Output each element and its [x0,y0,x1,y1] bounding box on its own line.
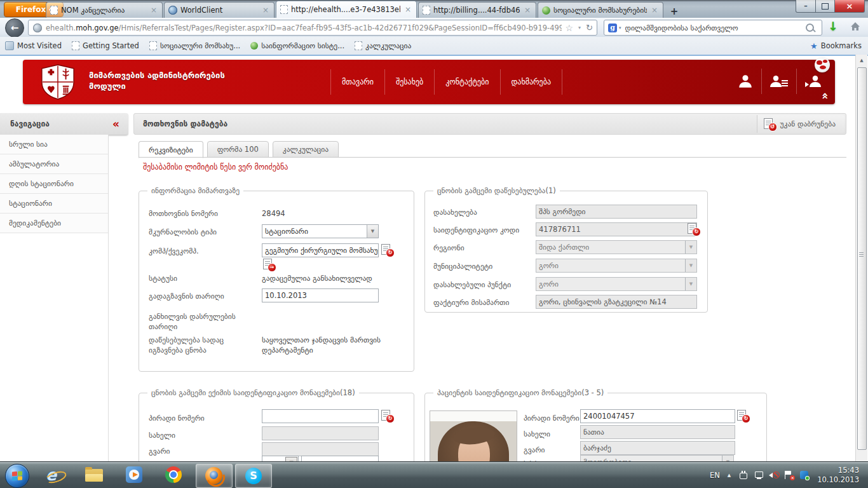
patient-personal-number-label: პირადი ნომერი [524,413,580,423]
tab-form-100[interactable]: ფორმა 100 [207,141,269,158]
tab-requisites[interactable]: რეკვიზიტები [139,141,203,158]
region-value: შიდა ქართლი [536,241,685,254]
ie-taskbar-icon[interactable]: e [46,466,64,484]
search-icon[interactable] [806,24,814,32]
browser-tab-worldclient[interactable]: WorldClient × [164,2,275,18]
component-input[interactable]: გეგმიური ქირურგიული მომსახურე [262,243,379,257]
firefox-taskbar-button[interactable] [196,464,233,488]
nav-contacts[interactable]: კონტაქტები [435,69,500,95]
bookmark-label: Getting Started [83,41,139,50]
bookmarks-menu-button[interactable]: ★ Bookmarks [810,41,868,51]
language-globe-icon[interactable] [815,57,830,72]
page-scrollbar[interactable]: ▲ [855,55,867,461]
skype-taskbar-button[interactable]: S [235,464,272,488]
minimize-button[interactable]: – [796,0,816,13]
tab-bar: NOM კანცელარია × WorldClient × http://eh… [46,1,682,18]
url-prefix: ehealth. [46,24,76,32]
browser-tab-social-service[interactable]: სოციალური მომსახურების საა... × [538,2,663,18]
chrome-taskbar-icon[interactable] [165,466,183,484]
explorer-taskbar-icon[interactable] [85,466,103,484]
site-identity-globe-icon[interactable] [33,24,42,32]
region-label: რეგიონი [433,243,465,253]
tab-close-icon[interactable]: × [650,6,659,15]
bookmark-getting-started[interactable]: Getting Started [67,37,144,55]
request-number-value: 28494 [262,208,285,219]
component-go-icon[interactable]: → [263,259,275,271]
sidebar-item-medications[interactable]: მედიკამენტები [0,214,108,233]
scrollbar-up-icon[interactable]: ▲ [857,56,867,65]
engine-dropdown-icon[interactable]: ▾ [619,25,621,30]
new-tab-button[interactable]: + [667,5,682,18]
tab-close-icon[interactable]: × [403,5,412,14]
downloads-icon[interactable]: ↓ [828,19,838,33]
tab-calculation[interactable]: კალკულაცია [273,141,339,158]
reload-icon[interactable]: ↻ [586,23,593,32]
power-icon[interactable] [738,470,749,480]
patient-personal-number-input[interactable]: 24001047457 [580,409,735,423]
bookmark-most-visited[interactable]: Most Visited [0,37,67,55]
treatment-type-select[interactable]: სტაციონარი ▼ [262,224,379,238]
bookmark-star-icon[interactable]: ☆ [566,23,574,33]
volume-muted-icon[interactable] [769,470,780,480]
home-icon[interactable] [850,22,860,32]
site-nav: მთავარი შესახებ კონტაქტები დახმარება [330,69,562,95]
patient-first-name-input: ნათია [580,425,735,439]
skype-icon: S [245,468,262,484]
most-visited-icon [5,41,14,50]
settlement-select: გორი ▼ [536,277,697,291]
doctor-personal-number-input[interactable] [262,409,379,423]
firefox-icon [205,467,222,484]
tab-close-icon[interactable]: × [261,6,270,15]
dropbox-icon[interactable] [799,470,810,480]
doctor-lookup-icon[interactable]: ↻ [381,410,393,422]
browser-tab-nom[interactable]: NOM კანცელარია × [46,2,163,18]
institution-lookup-icon[interactable]: ↻ [688,223,700,235]
green-sphere-icon [542,6,550,15]
chevron-down-icon[interactable]: ▼ [367,225,378,238]
network-icon[interactable] [754,470,764,480]
sidebar-item-hospital[interactable]: სტაციონარი [0,194,108,214]
user-list-button[interactable] [762,69,797,94]
patient-lookup-icon[interactable]: ↻ [737,410,749,422]
sidebar-collapse-icon[interactable]: « [112,118,119,130]
tray-expand-icon[interactable]: ▲ [728,473,731,478]
url-dropdown-icon[interactable]: ▾ [578,25,581,30]
page-placeholder-icon [50,6,58,15]
nav-about[interactable]: შესახებ [385,69,435,95]
wmp-taskbar-icon[interactable] [126,466,144,484]
user-profile-button[interactable] [729,69,762,94]
nav-home[interactable]: მთავარი [330,69,385,95]
search-box[interactable]: g ▾ დილამშვიდობისა საქართველო [604,20,822,36]
language-indicator[interactable]: EN [710,471,720,480]
nav-help[interactable]: დახმარება [501,69,563,95]
bookmark-information-system[interactable]: საინფორმაციო სისტე... [245,37,349,55]
page-placeholder-icon [149,41,157,50]
action-center-flag-icon[interactable]: × [784,470,795,480]
taskbar-clock[interactable]: 15:43 10.10.2013 [817,466,859,485]
sidebar-item-full-list[interactable]: სრული სია [0,135,108,154]
browser-tab-billing[interactable]: http://billing....44-fdb46d45c493 × [418,2,536,18]
url-domain: moh.gov.ge [76,24,118,32]
scrollbar-thumb[interactable] [857,67,867,450]
start-button[interactable] [5,464,29,488]
bookmark-calculation[interactable]: კალკულაცია [349,37,416,55]
patient-last-name-label: გვარი [524,445,545,455]
logout-button[interactable] [797,69,831,94]
sidebar-item-day-hospital[interactable]: დღის სტაციონარი [0,174,108,194]
tab-close-icon[interactable]: × [149,6,158,15]
bookmark-social-service[interactable]: სოციალური მომსახუ... [144,37,245,55]
back-button[interactable]: ← [5,18,24,37]
component-lookup-icon[interactable]: ↻ [381,244,393,256]
maximize-button[interactable] [816,0,835,13]
go-back-button[interactable]: ↺ უკან დაბრუნება [757,115,844,133]
limit-error-message: შესაბამისი ლიმიტის წესი ვერ მოიძებნა [143,163,288,172]
close-button[interactable]: × [835,0,865,13]
sidebar-item-ambulatory[interactable]: ამბულატორია [0,154,108,174]
region-select: შიდა ქართლი ▼ [536,240,697,254]
tab-close-icon[interactable]: × [523,6,532,15]
collapse-header-icon[interactable]: « [820,93,832,98]
browser-tab-ehealth-active[interactable]: http://ehealth....e3-7e43813eb2e6 × [276,1,417,18]
google-engine-icon[interactable]: g [608,24,617,32]
sent-date-input[interactable]: 10.10.2013 [262,288,379,302]
url-bar[interactable]: ehealth.moh.gov.ge/Hmis/ReferralsTest/Pa… [28,20,597,36]
